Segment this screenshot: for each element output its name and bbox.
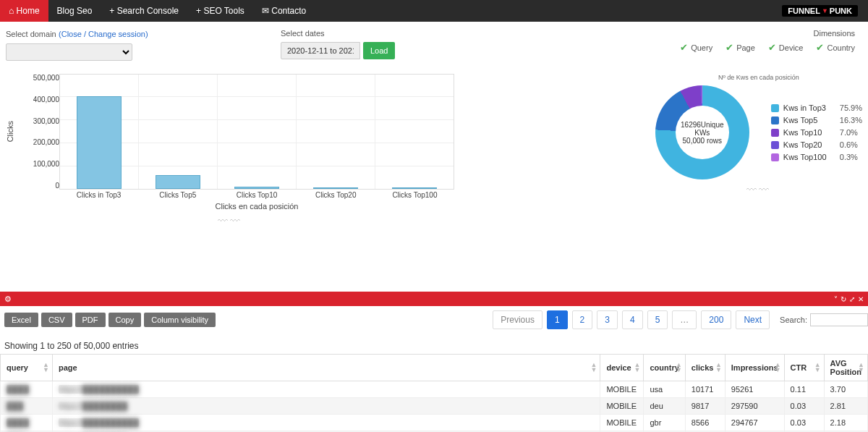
pager-page-4[interactable]: 4: [622, 310, 643, 329]
cell-page: https://██████████: [53, 381, 600, 398]
donut-graphic: 16296Unique KWs 50,000 rows: [655, 85, 749, 179]
sort-icon: ▲▼: [715, 363, 722, 373]
table-row: ████https://██████████MOBILEgbr856629476…: [1, 415, 868, 431]
collapse-icon[interactable]: ˅: [834, 295, 838, 303]
pager-prev[interactable]: Previous: [493, 310, 542, 329]
th-query[interactable]: query▲▼: [1, 355, 53, 381]
pager-next[interactable]: Next: [736, 310, 770, 329]
sort-icon: ▲▼: [591, 363, 597, 373]
select-dates-label: Select dates: [281, 29, 621, 38]
th-device[interactable]: device▲▼: [600, 355, 644, 381]
dimension-query[interactable]: ✔Query: [680, 42, 712, 53]
dimension-country[interactable]: ✔Country: [816, 42, 855, 53]
legend-item: Kws in Top375.9%: [771, 103, 862, 112]
domain-select[interactable]: [6, 43, 132, 61]
cell-query: ████: [1, 381, 53, 398]
cell-clicks: 10171: [685, 381, 725, 398]
legend-item: Kws Top1000.3%: [771, 153, 862, 161]
bar-plot: [59, 74, 454, 190]
export-buttons: ExcelCSVPDFCopyColumn visibility: [4, 313, 216, 327]
cell-device: MOBILE: [600, 398, 644, 415]
pager-page-1[interactable]: 1: [547, 310, 568, 329]
refresh-icon[interactable]: ↻: [841, 295, 846, 303]
donut-center: 16296Unique KWs 50,000 rows: [676, 106, 729, 159]
bar: [77, 96, 122, 189]
donut-chart: Nº de Kws en cada posición 16296Unique K…: [655, 74, 862, 226]
top-nav: ⌂ Home Blog Seo + Search Console + SEO T…: [0, 0, 868, 22]
cell-impr: 294767: [725, 415, 784, 431]
cell-clicks: 8566: [685, 415, 725, 431]
search-input[interactable]: [810, 313, 868, 326]
close-icon[interactable]: ✕: [858, 295, 864, 303]
cell-query: ████: [1, 415, 53, 431]
th-ctr[interactable]: CTR▲▼: [784, 355, 824, 381]
nav-contacto[interactable]: ✉ Contacto: [253, 0, 315, 22]
panel-settings-icon[interactable]: ⚙: [4, 295, 12, 304]
expand-icon[interactable]: ⤢: [849, 295, 855, 303]
pager-page-200[interactable]: 200: [701, 310, 731, 329]
cell-country: usa: [644, 381, 685, 398]
sort-icon: ▲▼: [814, 363, 821, 373]
table-row: ███https://████████MOBILEdeu98172975900.…: [1, 398, 868, 415]
cell-ctr: 0.03: [784, 398, 824, 415]
brand-logo: FUNNEL▼PUNK: [782, 5, 858, 17]
nav-seo-tools[interactable]: + SEO Tools: [187, 0, 253, 22]
dimensions-label: Dimensions: [621, 29, 862, 38]
load-button[interactable]: Load: [363, 42, 395, 59]
bar: [156, 175, 200, 189]
cell-page: https://██████████: [53, 415, 600, 431]
bar: [392, 187, 437, 189]
close-session-link[interactable]: (Close / Change session): [59, 30, 148, 38]
legend-item: Kws Top107.0%: [771, 128, 862, 137]
th-impressions[interactable]: Impressions▲▼: [725, 355, 784, 381]
check-icon: ✔: [726, 42, 733, 53]
pager-page-2[interactable]: 2: [572, 310, 593, 329]
dimensions-row: ✔Query✔Page✔Device✔Country: [621, 42, 862, 53]
check-icon: ✔: [768, 42, 776, 53]
cell-ctr: 0.11: [784, 381, 824, 398]
bar: [234, 187, 279, 189]
bar-xlabel: Clicks en cada posición: [59, 202, 454, 211]
th-clicks[interactable]: clicks▲▼: [685, 355, 725, 381]
panel-header: ⚙ ˅ ↻ ⤢ ✕: [0, 292, 868, 306]
sort-icon: ▲▼: [676, 363, 682, 373]
bar-ylabel: Clicks: [6, 121, 14, 142]
pager-page-3[interactable]: 3: [597, 310, 618, 329]
search-label: Search:: [780, 315, 807, 324]
pdf-button[interactable]: PDF: [75, 313, 106, 327]
cell-query: ███: [1, 398, 53, 415]
column-visibility-button[interactable]: Column visibility: [144, 313, 216, 327]
home-icon: ⌂: [9, 6, 14, 16]
cell-country: deu: [644, 398, 685, 415]
excel-button[interactable]: Excel: [4, 313, 38, 327]
nav-home[interactable]: ⌂ Home: [0, 0, 48, 22]
cell-pos: 2.18: [824, 415, 867, 431]
entries-info: Showing 1 to 250 of 50,000 entries: [0, 334, 868, 354]
cell-impr: 95261: [725, 381, 784, 398]
nav-blog-seo[interactable]: Blog Seo: [48, 0, 101, 22]
th-page[interactable]: page▲▼: [53, 355, 600, 381]
th-country[interactable]: country▲▼: [644, 355, 685, 381]
dimension-device[interactable]: ✔Device: [768, 42, 804, 53]
legend-item: Kws Top516.3%: [771, 116, 862, 124]
nav-search-console[interactable]: + Search Console: [101, 0, 187, 22]
sort-icon: ▲▼: [43, 363, 49, 373]
donut-title: Nº de Kws en cada posición: [718, 74, 799, 81]
pager-page-…[interactable]: …: [672, 310, 697, 329]
divider-flourish: 〰〰: [6, 215, 454, 226]
cell-page: https://████████: [53, 398, 600, 415]
donut-legend: Kws in Top375.9%Kws Top516.3%Kws Top107.…: [771, 100, 862, 165]
cell-pos: 2.81: [824, 398, 867, 415]
cell-device: MOBILE: [600, 381, 644, 398]
mail-icon: ✉: [262, 6, 269, 16]
check-icon: ✔: [680, 42, 688, 53]
bar-chart: Clicks 500,000400,000300,000200,000100,0…: [6, 74, 454, 226]
date-range-input[interactable]: [281, 42, 360, 59]
divider-flourish: 〰〰: [746, 184, 771, 195]
copy-button[interactable]: Copy: [109, 313, 142, 327]
sort-icon: ▲▼: [775, 363, 781, 373]
dimension-page[interactable]: ✔Page: [726, 42, 755, 53]
csv-button[interactable]: CSV: [41, 313, 72, 327]
pager-page-5[interactable]: 5: [647, 310, 668, 329]
th-avg-position[interactable]: AVG Position▲▼: [824, 355, 867, 381]
